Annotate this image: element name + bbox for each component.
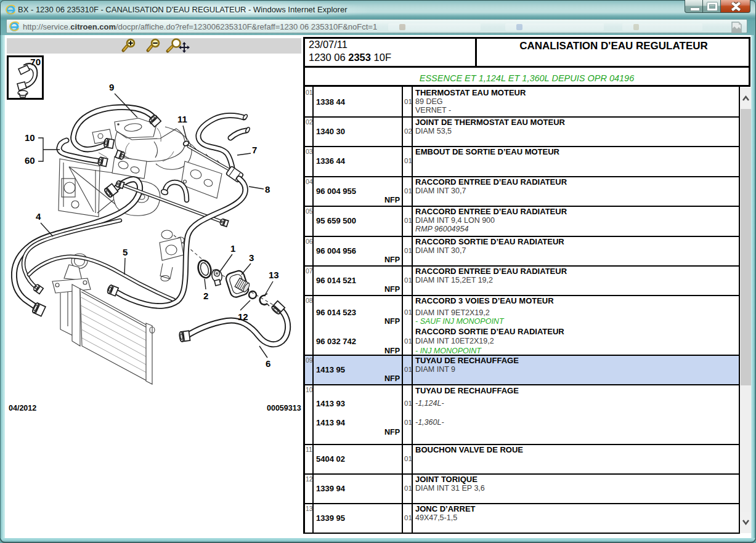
svg-text:00059313: 00059313: [267, 404, 301, 412]
svg-text:9: 9: [109, 82, 114, 92]
svg-text:2: 2: [203, 291, 208, 301]
svg-text:4: 4: [36, 211, 41, 222]
svg-text:11: 11: [177, 114, 187, 124]
svg-text:1: 1: [230, 243, 235, 254]
svg-text:60: 60: [25, 155, 35, 166]
svg-text:7: 7: [252, 145, 257, 155]
svg-text:5: 5: [123, 247, 128, 257]
svg-text:8: 8: [265, 184, 270, 195]
svg-text:13: 13: [269, 270, 279, 280]
svg-text:10: 10: [25, 132, 35, 143]
svg-text:12: 12: [238, 312, 248, 322]
svg-text:6: 6: [266, 358, 270, 369]
svg-text:04/2012: 04/2012: [9, 404, 36, 412]
svg-text:3: 3: [249, 252, 254, 263]
